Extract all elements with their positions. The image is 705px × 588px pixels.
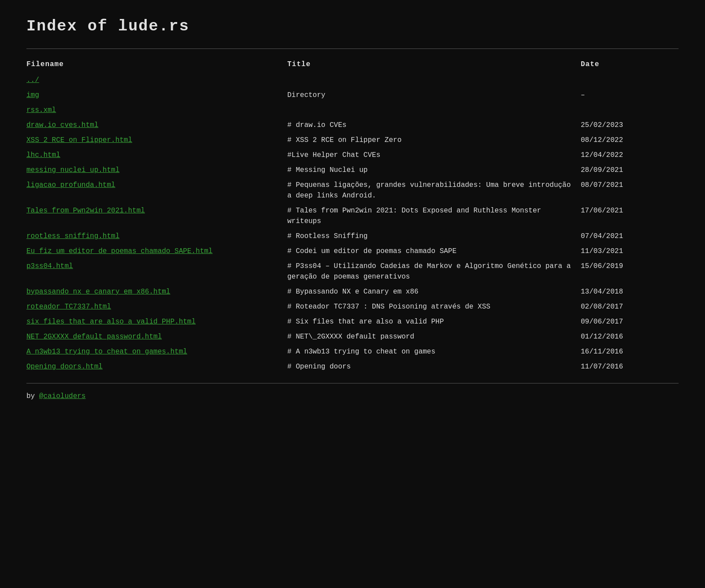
table-row: A_n3wb13_trying_to_cheat_on_games.html# …: [26, 344, 679, 359]
date-cell: –: [581, 88, 679, 103]
file-link[interactable]: rss.xml: [26, 106, 56, 114]
date-cell: [581, 103, 679, 118]
title-cell: [287, 73, 581, 88]
date-cell: [581, 73, 679, 88]
date-cell: 13/04/2018: [581, 284, 679, 299]
date-cell: 02/08/2017: [581, 299, 679, 314]
table-row: Tales_from_Pwn2win_2021.html# Tales from…: [26, 203, 679, 229]
date-cell: 11/07/2016: [581, 359, 679, 374]
file-cell: A_n3wb13_trying_to_cheat_on_games.html: [26, 344, 287, 359]
file-link[interactable]: ../: [26, 76, 39, 84]
title-cell: [287, 103, 581, 118]
file-cell: Eu_fiz_um_editor_de_poemas_chamado_SAPE.…: [26, 244, 287, 259]
table-row: XSS_2_RCE_on_Flipper.html# XSS 2 RCE on …: [26, 133, 679, 148]
file-cell: Opening_doors.html: [26, 359, 287, 374]
title-cell: # Messing Nuclei up: [287, 163, 581, 178]
file-link[interactable]: img: [26, 91, 39, 99]
title-cell: # Six files that are also a valid PHP: [287, 314, 581, 329]
date-cell: 16/11/2016: [581, 344, 679, 359]
file-cell: XSS_2_RCE_on_Flipper.html: [26, 133, 287, 148]
date-cell: 09/06/2017: [581, 314, 679, 329]
file-cell: NET_2GXXXX_default_password.html: [26, 329, 287, 344]
table-row: Eu_fiz_um_editor_de_poemas_chamado_SAPE.…: [26, 244, 679, 259]
title-cell: # P3ss04 – Utilizando Cadeias de Markov …: [287, 259, 581, 284]
table-row: NET_2GXXXX_default_password.html# NET\_2…: [26, 329, 679, 344]
page-title: Index of lude.rs: [26, 18, 679, 35]
date-cell: 11/03/2021: [581, 244, 679, 259]
file-link[interactable]: XSS_2_RCE_on_Flipper.html: [26, 136, 132, 144]
col-date: Date: [581, 58, 679, 73]
file-cell: roteador_TC7337.html: [26, 299, 287, 314]
table-row: draw.io_cves.html# draw.io CVEs25/02/202…: [26, 118, 679, 133]
bottom-divider: [26, 383, 679, 383]
file-link[interactable]: A_n3wb13_trying_to_cheat_on_games.html: [26, 348, 187, 356]
col-filename: Filename: [26, 58, 287, 73]
title-cell: #Live Helper Chat CVEs: [287, 148, 581, 163]
date-cell: 01/12/2016: [581, 329, 679, 344]
date-cell: 08/12/2022: [581, 133, 679, 148]
date-cell: 17/06/2021: [581, 203, 679, 229]
date-cell: 25/02/2023: [581, 118, 679, 133]
file-cell: Tales_from_Pwn2win_2021.html: [26, 203, 287, 229]
file-cell: p3ss04.html: [26, 259, 287, 284]
file-cell: ../: [26, 73, 287, 88]
title-cell: # Rootless Sniffing: [287, 229, 581, 244]
file-cell: draw.io_cves.html: [26, 118, 287, 133]
table-row: p3ss04.html# P3ss04 – Utilizando Cadeias…: [26, 259, 679, 284]
title-cell: # XSS 2 RCE on Flipper Zero: [287, 133, 581, 148]
file-link[interactable]: messing_nuclei_up.html: [26, 166, 119, 174]
file-cell: img: [26, 88, 287, 103]
table-row: bypassando_nx_e_canary_em_x86.html# Bypa…: [26, 284, 679, 299]
table-row: roteador_TC7337.html# Roteador TC7337 : …: [26, 299, 679, 314]
title-cell: Directory: [287, 88, 581, 103]
file-link[interactable]: six_files_that_are_also_a_valid_PHP.html: [26, 318, 196, 326]
date-cell: 28/09/2021: [581, 163, 679, 178]
file-cell: rss.xml: [26, 103, 287, 118]
title-cell: # NET\_2GXXXX default password: [287, 329, 581, 344]
footer-label: by: [26, 392, 39, 400]
file-link[interactable]: ligacao_profunda.html: [26, 181, 115, 189]
file-link[interactable]: bypassando_nx_e_canary_em_x86.html: [26, 288, 170, 296]
table-row: ../: [26, 73, 679, 88]
file-listing-table: Filename Title Date ../imgDirectory–rss.…: [26, 58, 679, 374]
date-cell: 07/04/2021: [581, 229, 679, 244]
file-cell: ligacao_profunda.html: [26, 178, 287, 203]
file-link[interactable]: draw.io_cves.html: [26, 121, 98, 129]
table-row: rootless_sniffing.html# Rootless Sniffin…: [26, 229, 679, 244]
title-cell: # Roteador TC7337 : DNS Poisoning atravé…: [287, 299, 581, 314]
table-row: Opening_doors.html# Opening doors11/07/2…: [26, 359, 679, 374]
top-divider: [26, 48, 679, 49]
file-cell: six_files_that_are_also_a_valid_PHP.html: [26, 314, 287, 329]
file-link[interactable]: Opening_doors.html: [26, 363, 103, 371]
file-cell: messing_nuclei_up.html: [26, 163, 287, 178]
col-title: Title: [287, 58, 581, 73]
title-cell: # Opening doors: [287, 359, 581, 374]
title-cell: # A n3wb13 trying to cheat on games: [287, 344, 581, 359]
footer: by @caioluders: [26, 392, 679, 400]
title-cell: # Bypassando NX e Canary em x86: [287, 284, 581, 299]
file-link[interactable]: Tales_from_Pwn2win_2021.html: [26, 207, 145, 215]
table-row: ligacao_profunda.html# Pequenas ligações…: [26, 178, 679, 203]
file-link[interactable]: NET_2GXXXX_default_password.html: [26, 333, 162, 341]
date-cell: 15/06/2019: [581, 259, 679, 284]
file-cell: bypassando_nx_e_canary_em_x86.html: [26, 284, 287, 299]
file-cell: rootless_sniffing.html: [26, 229, 287, 244]
date-cell: 12/04/2022: [581, 148, 679, 163]
author-link[interactable]: @caioluders: [39, 392, 86, 400]
table-row: lhc.html#Live Helper Chat CVEs12/04/2022: [26, 148, 679, 163]
table-row: rss.xml: [26, 103, 679, 118]
file-link[interactable]: rootless_sniffing.html: [26, 232, 119, 240]
title-cell: # Pequenas ligações, grandes vulnerabili…: [287, 178, 581, 203]
table-row: messing_nuclei_up.html# Messing Nuclei u…: [26, 163, 679, 178]
file-link[interactable]: Eu_fiz_um_editor_de_poemas_chamado_SAPE.…: [26, 247, 212, 255]
table-row: imgDirectory–: [26, 88, 679, 103]
table-row: six_files_that_are_also_a_valid_PHP.html…: [26, 314, 679, 329]
file-link[interactable]: roteador_TC7337.html: [26, 303, 111, 311]
file-link[interactable]: lhc.html: [26, 151, 60, 159]
date-cell: 08/07/2021: [581, 178, 679, 203]
title-cell: # Tales from Pwn2win 2021: Dots Exposed …: [287, 203, 581, 229]
title-cell: # draw.io CVEs: [287, 118, 581, 133]
title-cell: # Codei um editor de poemas chamado SAPE: [287, 244, 581, 259]
file-link[interactable]: p3ss04.html: [26, 262, 73, 270]
file-cell: lhc.html: [26, 148, 287, 163]
